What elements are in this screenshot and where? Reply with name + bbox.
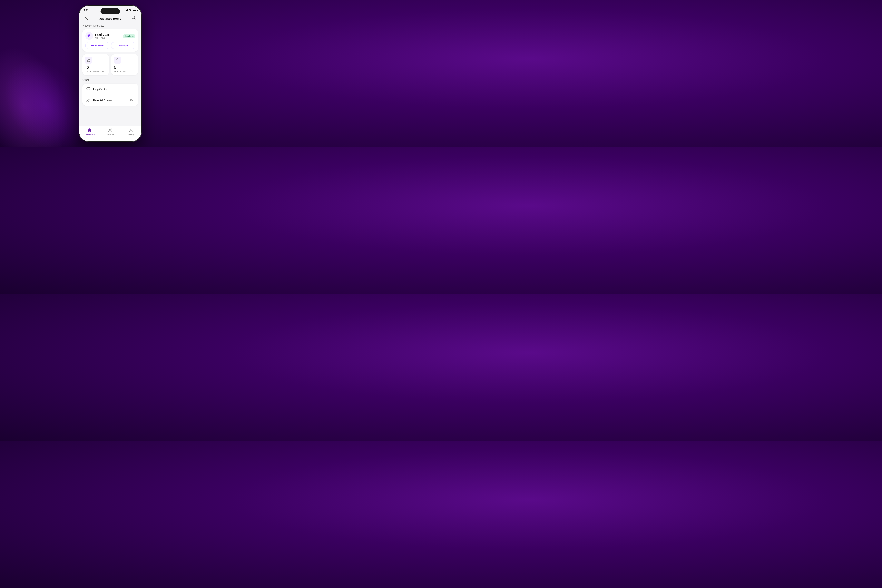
nav-dashboard[interactable]: Dashboard [84, 128, 96, 136]
svg-point-7 [116, 61, 117, 61]
svg-line-16 [109, 129, 110, 130]
home-icon [87, 128, 92, 133]
battery-icon [133, 9, 137, 11]
help-center-right: › [134, 88, 135, 91]
manage-button[interactable]: Manage [111, 42, 135, 49]
svg-rect-2 [87, 59, 88, 60]
wifi-circle-icon [86, 32, 93, 40]
svg-line-17 [111, 129, 111, 130]
network-name: Family 1st [95, 33, 109, 36]
router-icon-circle [114, 57, 121, 64]
status-icons [125, 9, 137, 11]
devices-label: Connected devices [85, 70, 107, 73]
network-actions: Share Wi-Fi Manage [86, 42, 135, 49]
profile-button[interactable] [83, 15, 89, 22]
phone-shell: 9:41 [79, 5, 142, 142]
wifi-nodes-card[interactable]: 3 Wi-Fi nodes [111, 54, 138, 75]
svg-point-8 [117, 61, 118, 61]
devices-count: 12 [85, 66, 107, 70]
svg-point-20 [130, 130, 132, 131]
person-icon [84, 16, 88, 21]
chevron-right-icon-2: › [134, 99, 135, 102]
bottom-nav: Dashboard Net [79, 126, 141, 141]
network-info-row: Family 1st Wi-Fi name Excellent [86, 32, 135, 40]
nav-network-label: Network [106, 134, 114, 136]
network-text: Family 1st Wi-Fi name [95, 33, 109, 39]
other-card: Help Center › [82, 84, 138, 106]
svg-line-18 [109, 130, 110, 131]
network-info-left: Family 1st Wi-Fi name [86, 32, 109, 40]
svg-rect-5 [89, 60, 90, 62]
parental-icon-wrapper [86, 98, 91, 103]
dynamic-island [100, 8, 120, 14]
svg-point-15 [111, 131, 112, 132]
parental-status: On [130, 99, 134, 102]
network-overview-title: Network Overview [82, 24, 138, 27]
network-card: Family 1st Wi-Fi name Excellent Share Wi… [82, 29, 138, 52]
help-center-label: Help Center [93, 88, 134, 91]
nodes-count: 3 [114, 66, 136, 70]
signal-icon [125, 9, 128, 11]
status-time: 9:41 [83, 9, 89, 12]
devices-icon-circle [85, 57, 92, 64]
svg-rect-3 [87, 61, 88, 62]
scroll-content[interactable]: Network Overview [79, 24, 141, 126]
parental-label: Parental Control [93, 99, 130, 102]
other-section-title: Other [82, 78, 138, 81]
parental-control-row[interactable]: Parental Control On › [82, 94, 138, 106]
share-wifi-button[interactable]: Share Wi-Fi [86, 42, 109, 49]
svg-point-9 [87, 99, 88, 100]
chevron-right-icon: › [134, 88, 135, 91]
settings-icon [128, 128, 134, 133]
router-icon [115, 58, 120, 62]
heart-icon [86, 87, 90, 91]
heart-icon-wrapper [86, 86, 91, 92]
svg-point-10 [88, 99, 89, 100]
svg-point-0 [86, 17, 87, 19]
help-center-row[interactable]: Help Center › [82, 84, 138, 94]
network-sub: Wi-Fi name [95, 36, 109, 39]
nav-settings-label: Settings [127, 134, 135, 136]
add-button[interactable] [131, 15, 138, 22]
parental-icon [86, 98, 90, 102]
stats-row: 12 Connected devices [82, 54, 138, 75]
devices-icon [87, 58, 91, 62]
wifi-icon [129, 9, 132, 11]
svg-point-14 [108, 131, 109, 132]
header-title: Justina's Home [99, 17, 121, 20]
nav-dashboard-label: Dashboard [84, 134, 94, 136]
svg-point-12 [108, 129, 109, 129]
excellent-badge: Excellent [123, 34, 135, 38]
svg-line-19 [111, 130, 111, 131]
svg-point-13 [111, 129, 112, 129]
wifi-network-icon [87, 34, 91, 38]
svg-rect-4 [89, 59, 90, 60]
nav-settings[interactable]: Settings [125, 128, 137, 136]
network-icon [108, 128, 113, 133]
nav-network[interactable]: Network [104, 128, 116, 136]
connected-devices-card[interactable]: 12 Connected devices [82, 54, 109, 75]
plus-circle-icon [132, 16, 136, 21]
app-header: Justina's Home [79, 13, 141, 24]
parental-control-right: On › [130, 99, 135, 102]
nodes-label: Wi-Fi nodes [114, 70, 136, 73]
